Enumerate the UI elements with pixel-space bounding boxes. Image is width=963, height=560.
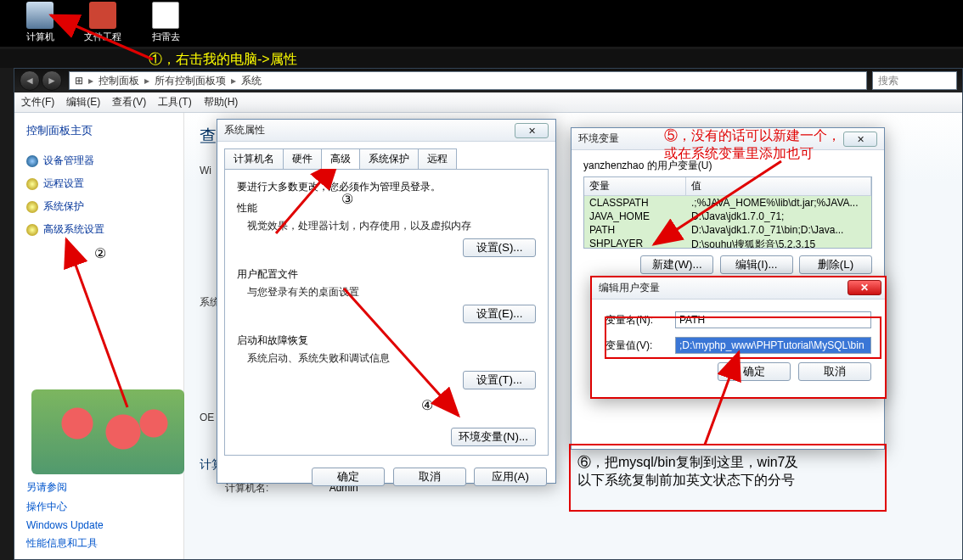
desktop-icon-doc[interactable]: 扫雷去 — [144, 2, 187, 43]
dialog-title: 系统属性 — [224, 123, 265, 137]
annotation-step1: ①，右击我的电脑->属性 — [149, 51, 297, 69]
annotation-step2: ② — [94, 245, 172, 261]
shield-icon — [26, 224, 38, 236]
col-header-val[interactable]: 值 — [686, 177, 871, 195]
new-var-button[interactable]: 新建(W)... — [640, 255, 713, 274]
desktop-icon-label: 计算机 — [19, 31, 61, 43]
tab-advanced[interactable]: 高级 — [321, 148, 360, 169]
shield-icon — [26, 201, 38, 213]
performance-desc: 视觉效果，处理器计划，内存使用，以及虚拟内存 — [247, 219, 536, 233]
table-row[interactable]: PATHD:\Java\jdk1.7.0_71\bin;D:\Java... — [584, 223, 871, 237]
col-header-var[interactable]: 变量 — [584, 177, 686, 195]
system-properties-dialog: 系统属性 ✕ 计算机名 硬件 高级 系统保护 远程 要进行大多数更改，您必须作为… — [217, 119, 556, 484]
menu-help[interactable]: 帮助(H) — [204, 95, 239, 109]
sidebar-device-manager[interactable]: 设备管理器 — [26, 154, 172, 168]
explorer-menu: 文件(F) 编辑(E) 查看(V) 工具(T) 帮助(H) — [14, 92, 962, 113]
link-windows-update[interactable]: Windows Update — [26, 519, 104, 531]
see-also: 另请参阅 操作中心 Windows Update 性能信息和工具 — [26, 475, 104, 551]
user-vars-table[interactable]: 变量 值 CLASSPATH.;%JAVA_HOME%\lib\dt.jar;%… — [583, 176, 872, 249]
desktop-icon-label: 扫雷去 — [144, 31, 187, 43]
dialog-footer: 确定 取消 应用(A) — [217, 462, 555, 491]
ok-button[interactable]: 确定 — [718, 362, 791, 381]
search-input[interactable]: 搜索 — [872, 71, 957, 90]
dialog-title: 编辑用户变量 — [599, 281, 660, 295]
menu-view[interactable]: 查看(V) — [112, 95, 146, 109]
link-performance-info[interactable]: 性能信息和工具 — [26, 536, 104, 551]
performance-group-title: 性能 — [237, 201, 536, 216]
ok-button[interactable]: 确定 — [312, 468, 385, 486]
startup-settings-button[interactable]: 设置(T)... — [463, 371, 536, 389]
startup-desc: 系统启动、系统失败和调试信息 — [247, 351, 536, 366]
cancel-button[interactable]: 取消 — [393, 468, 466, 486]
desktop-icon-computer[interactable]: 计算机 — [19, 2, 61, 43]
annotation-box-step5-vars — [605, 316, 881, 359]
explorer-titlebar: ◄ ► ⊞ ▸ 控制面板 ▸ 所有控制面板项 ▸ 系统 搜索 — [14, 69, 962, 92]
desktop-icon-label: 文件工程 — [82, 31, 124, 43]
profile-settings-button[interactable]: 设置(E)... — [463, 305, 536, 323]
ppt-icon — [89, 2, 116, 29]
close-button[interactable]: ✕ — [848, 280, 881, 295]
breadcrumb-item[interactable]: 控制面板 — [99, 74, 139, 88]
edit-var-button[interactable]: 编辑(I)... — [720, 255, 793, 274]
annotation-step3: ③ — [341, 191, 353, 207]
control-panel-home-link[interactable]: 控制面板主页 — [26, 123, 172, 138]
profile-group-title: 用户配置文件 — [237, 267, 536, 282]
nav-forward-button[interactable]: ► — [42, 70, 62, 91]
menu-edit[interactable]: 编辑(E) — [66, 95, 100, 109]
nav-back-button[interactable]: ◄ — [20, 70, 40, 91]
shield-icon — [26, 178, 38, 190]
breadcrumb-item[interactable]: 系统 — [241, 74, 262, 88]
tab-system-protection[interactable]: 系统保护 — [359, 148, 419, 169]
sidebar: 控制面板主页 设备管理器 远程设置 系统保护 高级系统设置 ② 另请参阅 操作中… — [14, 113, 184, 559]
tab-hardware[interactable]: 硬件 — [283, 148, 322, 169]
table-row[interactable]: SHPLAYERD:\souhu\搜狐影音\5.2.3.15 — [584, 237, 871, 249]
desktop-icon-ppt[interactable]: 文件工程 — [82, 2, 124, 43]
menu-tools[interactable]: 工具(T) — [158, 95, 191, 109]
shield-icon — [26, 155, 38, 167]
close-button[interactable]: ✕ — [515, 123, 549, 138]
tab-computer-name[interactable]: 计算机名 — [224, 148, 284, 169]
delete-var-button[interactable]: 删除(L) — [799, 255, 872, 274]
decorative-flowers-image — [31, 389, 184, 474]
close-button[interactable]: ✕ — [843, 132, 877, 147]
dialog-titlebar[interactable]: 系统属性 ✕ — [217, 120, 555, 142]
sidebar-remote-settings[interactable]: 远程设置 — [26, 176, 172, 191]
tab-body: 要进行大多数更改，您必须作为管理员登录。 性能 视觉效果，处理器计划，内存使用，… — [224, 169, 549, 456]
apply-button[interactable]: 应用(A) — [474, 468, 547, 486]
tabs: 计算机名 硬件 高级 系统保护 远程 — [224, 148, 549, 169]
sidebar-system-protection[interactable]: 系统保护 — [26, 199, 172, 214]
see-also-title: 另请参阅 — [26, 480, 104, 495]
table-row[interactable]: JAVA_HOMED:\Java\jdk1.7.0_71; — [584, 210, 871, 223]
doc-icon — [152, 2, 179, 29]
breadcrumb-icon: ⊞ — [75, 75, 83, 87]
dialog-title: 环境变量 — [578, 132, 619, 146]
address-bar[interactable]: ⊞ ▸ 控制面板 ▸ 所有控制面板项 ▸ 系统 — [69, 71, 867, 90]
breadcrumb-item[interactable]: 所有控制面板项 — [155, 74, 226, 88]
annotation-step6: ⑥，把mysql/bin复制到这里，win7及 以下系统复制前加英文状态下的分号 — [577, 454, 798, 490]
performance-settings-button[interactable]: 设置(S)... — [463, 238, 536, 257]
tab-remote[interactable]: 远程 — [418, 148, 457, 169]
annotation-step4: ④ — [421, 397, 433, 413]
startup-group-title: 启动和故障恢复 — [237, 333, 536, 348]
env-vars-button[interactable]: 环境变量(N)... — [451, 428, 536, 446]
sidebar-advanced-settings[interactable]: 高级系统设置 — [26, 222, 172, 237]
computer-icon — [26, 2, 54, 29]
cancel-button[interactable]: 取消 — [798, 362, 871, 381]
admin-note: 要进行大多数更改，您必须作为管理员登录。 — [237, 180, 536, 194]
menu-file[interactable]: 文件(F) — [21, 95, 54, 109]
desktop: 计算机 文件工程 扫雷去 — [0, 0, 963, 47]
annotation-bar — [0, 49, 963, 68]
link-action-center[interactable]: 操作中心 — [26, 500, 104, 514]
annotation-step5: ⑤，没有的话可以新建一个， 或在系统变量里添加也可 — [664, 127, 841, 163]
profile-desc: 与您登录有关的桌面设置 — [247, 285, 536, 300]
table-row[interactable]: CLASSPATH.;%JAVA_HOME%\lib\dt.jar;%JAVA.… — [584, 196, 871, 210]
dialog-titlebar[interactable]: 编辑用户变量 ✕ — [592, 277, 885, 300]
